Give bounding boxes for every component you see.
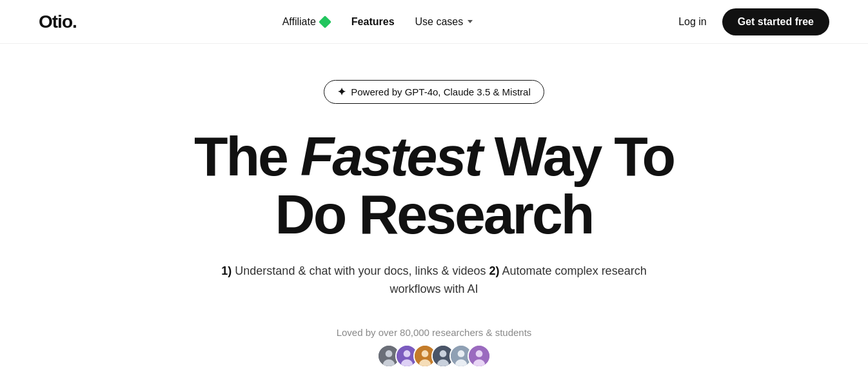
powered-badge: ✦ Powered by GPT-4o, Claude 3.5 & Mistra… bbox=[324, 80, 544, 104]
subheadline: 1) Understand & chat with your docs, lin… bbox=[215, 262, 653, 299]
subheadline-bold-1: 1) bbox=[221, 264, 232, 277]
social-proof: Loved by over 80,000 researchers & stude… bbox=[337, 327, 532, 368]
svg-point-10 bbox=[440, 350, 447, 357]
main-headline: The Fastest Way To Do Research bbox=[194, 127, 674, 244]
avatar bbox=[468, 344, 491, 368]
subheadline-bold-2: 2) bbox=[489, 264, 500, 277]
social-proof-text: Loved by over 80,000 researchers & stude… bbox=[337, 327, 532, 338]
hero-section: ✦ Powered by GPT-4o, Claude 3.5 & Mistra… bbox=[0, 44, 868, 385]
svg-point-4 bbox=[404, 350, 411, 357]
headline-the: The bbox=[194, 125, 301, 187]
powered-badge-text: Powered by GPT-4o, Claude 3.5 & Mistral bbox=[351, 86, 530, 97]
nav-right: Log in Get started free bbox=[678, 8, 829, 35]
subheadline-text-1: Understand & chat with your docs, links … bbox=[232, 264, 489, 277]
svg-point-13 bbox=[458, 350, 465, 357]
plus-icon: ✦ bbox=[337, 86, 346, 98]
diamond-icon bbox=[319, 16, 331, 28]
svg-point-1 bbox=[386, 350, 393, 357]
logo[interactable]: Otio. bbox=[39, 12, 77, 32]
navigation: Otio. Affiliate Features Use cases Log i… bbox=[0, 0, 868, 44]
nav-use-cases-link[interactable]: Use cases bbox=[415, 16, 473, 28]
login-link[interactable]: Log in bbox=[678, 16, 707, 28]
headline-do-research: Do Research bbox=[275, 183, 593, 245]
features-label: Features bbox=[351, 16, 395, 28]
headline-fastest: Fastest bbox=[301, 125, 481, 187]
chevron-down-icon bbox=[468, 20, 473, 23]
nav-affiliate-link[interactable]: Affiliate bbox=[282, 16, 331, 28]
get-started-button[interactable]: Get started free bbox=[722, 8, 829, 35]
svg-point-16 bbox=[476, 350, 483, 357]
svg-point-7 bbox=[422, 350, 429, 357]
affiliate-label: Affiliate bbox=[282, 16, 316, 28]
headline-way-to: Way To bbox=[481, 125, 674, 187]
nav-features-link[interactable]: Features bbox=[351, 16, 395, 28]
avatar-group bbox=[377, 344, 491, 368]
use-cases-label: Use cases bbox=[415, 16, 464, 28]
nav-center: Affiliate Features Use cases bbox=[282, 16, 473, 28]
